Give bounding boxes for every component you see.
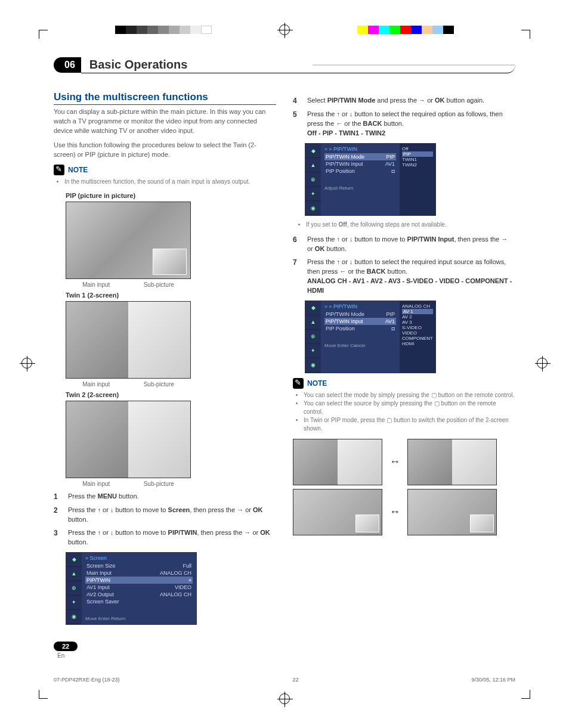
footer-date: 9/30/05, 12:16 PM xyxy=(471,677,515,683)
osd-row: PIP/TWIN InputAV1 xyxy=(324,160,396,168)
note-bullet: In the multiscreen function, the sound o… xyxy=(64,178,276,186)
osd-row: PIP/TWIN InputAV1 xyxy=(324,318,396,325)
swap-illustration-row: ↔ xyxy=(293,439,515,485)
osd-side-option: S-VIDEO xyxy=(402,325,433,330)
osd-side-option: TWIN2 xyxy=(402,162,433,168)
osd-side-option: HDMI xyxy=(402,341,433,346)
osd-tab-icon: ◉ xyxy=(66,610,82,624)
label-sub-picture: Sub-picture xyxy=(144,381,174,388)
osd-title: » Screen xyxy=(85,555,193,561)
step-text: Select PIP/TWIN Mode and press the → or … xyxy=(307,96,484,106)
osd-tab-icon: ⊕ xyxy=(305,330,321,344)
swap-arrow-icon: ↔ xyxy=(389,456,400,468)
step-text: Press the ↑ or ↓ button to select the re… xyxy=(307,258,515,296)
osd-row: AV1 InputVIDEO xyxy=(85,584,193,591)
label-sub-picture: Sub-picture xyxy=(144,281,174,288)
twin2-caption: Twin 2 (2-screen) xyxy=(66,391,276,398)
intro-paragraph: You can display a sub-picture within the… xyxy=(54,107,276,136)
osd-row: AV2 OutputANALOG CH xyxy=(85,591,193,598)
section-heading: Using the multiscreen functions xyxy=(54,91,276,105)
chapter-number: 06 xyxy=(54,57,81,73)
osd-side-option: PIP xyxy=(402,151,433,157)
registration-mark-icon xyxy=(537,358,548,368)
note-label: NOTE xyxy=(68,166,88,174)
pip-illustration xyxy=(66,202,191,279)
osd-tab-icon: ◆ xyxy=(305,144,321,158)
osd-title: » » PIP/TWIN xyxy=(324,303,396,309)
thumb-before xyxy=(293,489,382,535)
osd-footer: Adjust Return xyxy=(324,185,396,191)
osd-tab-icon: ✦ xyxy=(305,187,321,201)
osd-row: PIP/TWIN ModePIP xyxy=(324,153,396,160)
note-bullet: You can select the mode by simply pressi… xyxy=(304,391,515,399)
print-marks-bottom xyxy=(0,686,569,720)
crop-mark xyxy=(30,21,48,39)
osd-side-option: VIDEO xyxy=(402,330,433,336)
step-text: Press the ↑ or ↓ button to select the re… xyxy=(307,110,515,138)
step-text: Press the ↑ or ↓ button to move to PIP/T… xyxy=(68,528,276,547)
grayscale-bars xyxy=(115,26,212,34)
osd-side-option: TWIN1 xyxy=(402,157,433,162)
thumb-after xyxy=(407,439,497,485)
registration-mark-icon xyxy=(279,24,290,35)
osd-title: » » PIP/TWIN xyxy=(324,146,396,152)
intro-paragraph: Use this function following the procedur… xyxy=(54,141,276,160)
crop-mark xyxy=(521,21,539,39)
osd-row: PIP Position◘ xyxy=(324,325,396,332)
osd-tab-icon: ✦ xyxy=(305,344,321,358)
footer-page: 22 xyxy=(292,677,298,683)
step-number: 2 xyxy=(54,506,62,525)
note-label: NOTE xyxy=(307,379,327,388)
osd-piptwin-input: ◆ ▲ ⊕ ✦ ◉ » » PIP/TWIN PIP/TWIN ModePIPP… xyxy=(305,301,436,373)
osd-side-option: AV 1 xyxy=(402,309,433,314)
step-text: Press the ↑ or ↓ button to move to PIP/T… xyxy=(307,235,515,254)
osd-side-option: Off xyxy=(402,146,433,151)
osd-tab-icon: ✦ xyxy=(66,596,82,610)
osd-row: Main InputANALOG CH xyxy=(85,569,193,577)
info-bullet: If you set to Off, the following steps a… xyxy=(306,221,515,229)
osd-side-options: ANALOG CHAV 1AV 2AV 3S-VIDEOVIDEOCOMPONE… xyxy=(400,301,435,373)
thumb-before xyxy=(293,439,382,485)
osd-tab-icon: ▲ xyxy=(305,315,321,330)
label-main-input: Main input xyxy=(82,481,110,487)
footer-filename: 07-PDP42RXE-Eng (18-23) xyxy=(54,677,120,683)
osd-row: PIP Position◘ xyxy=(324,168,396,175)
footer-meta: 07-PDP42RXE-Eng (18-23) 22 9/30/05, 12:1… xyxy=(0,665,569,686)
step-number: 1 xyxy=(54,492,62,502)
chapter-title: Basic Operations xyxy=(81,57,515,73)
osd-piptwin-mode: ◆ ▲ ⊕ ✦ ◉ » » PIP/TWIN PIP/TWIN ModePIPP… xyxy=(305,143,436,216)
chapter-header: 06 Basic Operations xyxy=(54,57,515,73)
twin1-illustration xyxy=(66,301,191,379)
twin1-caption: Twin 1 (2-screen) xyxy=(66,292,276,299)
osd-tab-icon: ◆ xyxy=(66,553,82,567)
thumb-after xyxy=(407,489,497,535)
step-text: Press the ↑ or ↓ button to move to Scree… xyxy=(68,506,276,525)
twin2-illustration xyxy=(66,401,191,478)
step-number: 5 xyxy=(293,110,301,138)
color-bars xyxy=(357,26,454,34)
step-text: Press the MENU button. xyxy=(68,492,139,502)
note-icon xyxy=(54,165,64,175)
step-number: 3 xyxy=(54,528,62,547)
osd-tab-icon: ⊕ xyxy=(305,172,321,187)
osd-tab-icon: ◉ xyxy=(305,201,321,215)
osd-tab-icon: ◉ xyxy=(305,358,321,373)
pip-caption: PIP (picture in picture) xyxy=(66,192,276,199)
note-icon xyxy=(293,378,304,389)
osd-tab-icon: ⊕ xyxy=(66,581,82,596)
note-bullet: In Twin or PIP mode, press the ▢ button … xyxy=(304,416,515,433)
osd-footer: Move Enter Cancel xyxy=(324,343,396,348)
osd-row: Screen SizeFull xyxy=(85,562,193,569)
label-sub-picture: Sub-picture xyxy=(144,481,174,487)
osd-row: Screen Saver xyxy=(85,598,193,605)
osd-row: PIP/TWIN» xyxy=(85,577,193,584)
osd-screen-menu: ◆ ▲ ⊕ ✦ ◉ » Screen Screen SizeFullMain I… xyxy=(66,552,197,625)
swap-arrow-icon: ↔ xyxy=(389,506,400,518)
registration-mark-icon xyxy=(21,358,32,368)
step-number: 6 xyxy=(293,235,301,254)
swap-illustration-row: ↔ xyxy=(293,489,515,535)
page-number-badge: 22 xyxy=(54,642,78,651)
step-number: 7 xyxy=(293,258,301,296)
osd-row: PIP/TWIN ModePIP xyxy=(324,311,396,318)
registration-mark-icon xyxy=(279,693,290,704)
